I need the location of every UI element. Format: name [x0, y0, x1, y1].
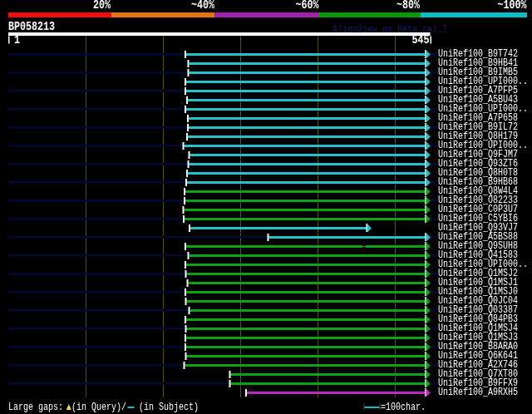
svg-text:UniRef100_A9RXH5: UniRef100_A9RXH5 [438, 386, 518, 398]
svg-text:~100%: ~100% [498, 0, 527, 12]
svg-text:~60%: ~60% [296, 0, 319, 12]
svg-text:1: 1 [14, 33, 20, 47]
svg-text:BP058213: BP058213 [8, 20, 55, 33]
svg-text:~80%: ~80% [397, 0, 420, 12]
svg-text:Large gaps:: Large gaps: [8, 401, 63, 413]
svg-text:(in Subject): (in Subject) [139, 401, 199, 413]
svg-text:(in Query)/: (in Query)/ [71, 401, 126, 413]
svg-text:20%: 20% [93, 0, 111, 12]
svg-text:545: 545 [412, 33, 430, 47]
svg-text:~40%: ~40% [191, 0, 214, 12]
svg-text:=100char.: =100char. [381, 401, 426, 413]
